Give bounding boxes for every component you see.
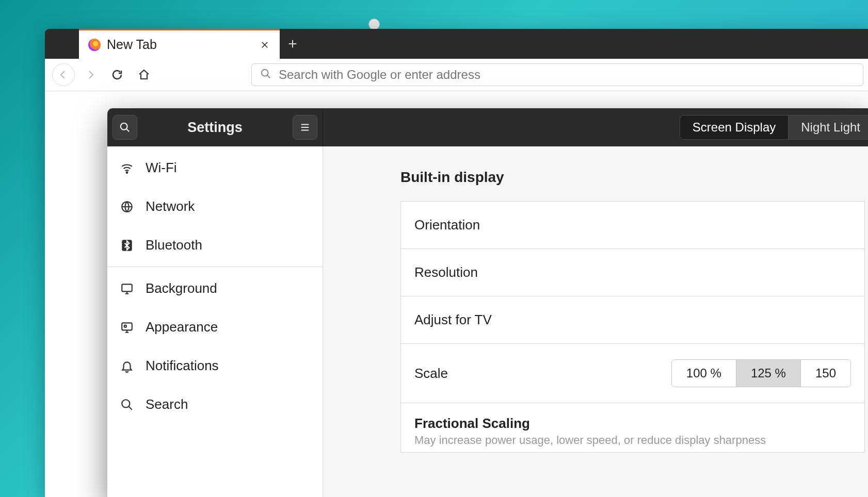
tab-night-light[interactable]: Night Light — [788, 115, 868, 139]
browser-tab[interactable]: New Tab — [79, 29, 280, 59]
tab-title: New Tab — [107, 37, 257, 52]
row-adjust-tv[interactable]: Adjust for TV — [401, 296, 864, 344]
settings-header: Settings Screen Display Night Light — [107, 108, 868, 146]
sidebar-item-search[interactable]: Search — [107, 385, 323, 424]
sidebar-item-label: Notifications — [146, 358, 219, 374]
window-resize-handle[interactable] — [368, 19, 380, 30]
sidebar-item-notifications[interactable]: Notifications — [107, 346, 323, 385]
row-label: Resolution — [414, 264, 478, 280]
firefox-icon — [88, 39, 101, 51]
sidebar-item-background[interactable]: Background — [107, 269, 323, 308]
row-fractional-scaling[interactable]: Fractional Scaling May increase power us… — [401, 403, 864, 452]
row-label: Orientation — [414, 217, 480, 233]
scale-option-100[interactable]: 100 % — [672, 360, 736, 387]
row-resolution[interactable]: Resolution — [401, 249, 864, 296]
row-title: Fractional Scaling — [414, 416, 851, 432]
settings-sidebar: Wi-Fi Network Bluetooth — [107, 146, 323, 497]
settings-window: Settings Screen Display Night Light Wi-F… — [107, 108, 868, 497]
svg-point-1 — [121, 123, 127, 130]
bell-icon — [120, 359, 134, 373]
home-button[interactable] — [133, 63, 155, 86]
address-bar[interactable] — [251, 63, 863, 86]
appearance-icon — [120, 321, 134, 334]
sidebar-item-bluetooth[interactable]: Bluetooth — [107, 226, 323, 264]
svg-rect-5 — [122, 284, 132, 291]
svg-point-0 — [262, 70, 268, 76]
globe-icon — [120, 200, 134, 213]
row-orientation[interactable]: Orientation — [401, 202, 864, 249]
back-button[interactable] — [52, 63, 75, 86]
sidebar-item-network[interactable]: Network — [107, 187, 323, 226]
settings-search-button[interactable] — [112, 115, 137, 140]
sidebar-item-label: Network — [146, 198, 195, 214]
sidebar-item-label: Search — [146, 396, 188, 412]
svg-point-8 — [122, 400, 130, 407]
sidebar-item-wifi[interactable]: Wi-Fi — [107, 148, 323, 187]
hamburger-menu-button[interactable] — [293, 115, 317, 140]
sidebar-item-label: Bluetooth — [146, 237, 202, 253]
svg-point-7 — [124, 325, 126, 327]
settings-title: Settings — [142, 120, 287, 136]
tab-screen-display[interactable]: Screen Display — [680, 115, 788, 139]
section-title: Built-in display — [400, 169, 868, 186]
row-label: Scale — [414, 366, 448, 382]
svg-rect-6 — [122, 323, 132, 330]
svg-point-2 — [126, 172, 128, 173]
display-settings-panel: Orientation Resolution Adjust for TV Sca… — [400, 201, 865, 453]
new-tab-button[interactable] — [280, 29, 306, 59]
scale-option-125[interactable]: 125 % — [736, 360, 800, 387]
scale-option-group: 100 % 125 % 150 — [671, 359, 851, 387]
row-description: May increase power usage, lower speed, o… — [414, 434, 851, 447]
display-icon — [120, 282, 134, 295]
wifi-icon — [120, 161, 134, 175]
sidebar-item-label: Wi-Fi — [146, 160, 177, 176]
sidebar-item-label: Appearance — [146, 319, 218, 335]
address-input[interactable] — [279, 68, 855, 82]
row-label: Adjust for TV — [414, 312, 492, 328]
row-scale: Scale 100 % 125 % 150 — [401, 344, 864, 403]
search-icon — [120, 398, 134, 411]
close-tab-button[interactable] — [257, 37, 272, 53]
scale-option-150[interactable]: 150 — [800, 360, 850, 387]
firefox-toolbar — [45, 59, 868, 91]
sidebar-item-label: Background — [146, 280, 217, 296]
reload-button[interactable] — [106, 63, 128, 86]
settings-content: Built-in display Orientation Resolution … — [323, 146, 868, 497]
bluetooth-icon — [120, 239, 134, 252]
search-icon — [260, 68, 271, 81]
display-tab-switcher: Screen Display Night Light — [680, 115, 868, 140]
forward-button[interactable] — [79, 63, 102, 86]
sidebar-item-appearance[interactable]: Appearance — [107, 308, 323, 346]
firefox-tabbar: New Tab — [45, 29, 868, 59]
